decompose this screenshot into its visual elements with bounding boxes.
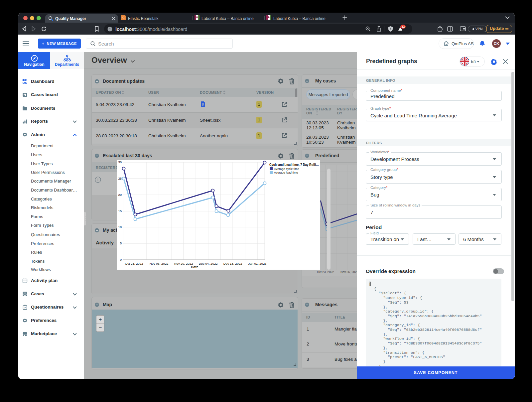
- svg-text:10: 10: [118, 225, 122, 229]
- svg-text:Average cycle time: Average cycle time: [274, 167, 299, 171]
- svg-text:Nov 20, 2022: Nov 20, 2022: [174, 262, 193, 265]
- svg-text:30: 30: [118, 160, 122, 164]
- svg-text:20: 20: [118, 193, 122, 197]
- svg-text:Dec 18, 2022: Dec 18, 2022: [223, 262, 242, 265]
- svg-text:Average lead time: Average lead time: [274, 171, 298, 174]
- svg-text:Cycle and Lead time, 7 Day Rol: Cycle and Lead time, 7 Day Rolli…: [269, 163, 319, 167]
- svg-text:Date: Date: [191, 265, 199, 269]
- svg-text:Oct 23, 2022: Oct 23, 2022: [125, 262, 143, 265]
- svg-text:5: 5: [120, 241, 122, 245]
- svg-text:15: 15: [118, 209, 122, 213]
- svg-text:Nov 06, 2022: Nov 06, 2022: [150, 262, 169, 265]
- svg-text:?: ?: [24, 306, 26, 309]
- svg-text:0: 0: [120, 258, 122, 261]
- svg-text:25: 25: [118, 177, 122, 180]
- svg-text:Jan 01, 2023: Jan 01, 2023: [248, 262, 267, 265]
- svg-text:Dec 04, 2022: Dec 04, 2022: [199, 262, 218, 265]
